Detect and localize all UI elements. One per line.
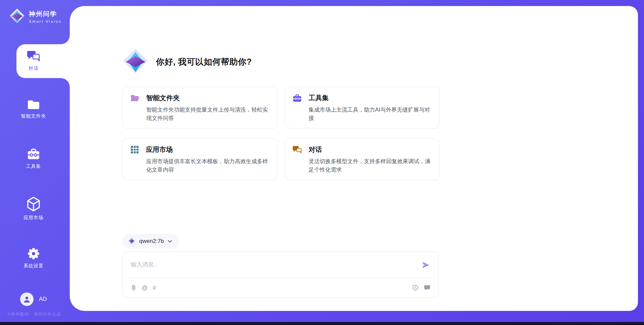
card-chat[interactable]: 对话 灵活切换多模型文件，支持多样回复效果调试，满足个性化需求 <box>285 138 440 180</box>
diamond-logo-icon <box>9 8 25 25</box>
greeting-title: 你好, 我可以如何帮助你? <box>156 56 252 67</box>
user-name: AD <box>39 296 47 303</box>
person-icon <box>23 295 31 303</box>
briefcase-icon <box>27 148 40 160</box>
app-page: 神州问学 Smart Vision 对话 智能文件夹 <box>0 0 644 325</box>
card-description: 应用市场提供丰富长文本模板，助力高效生成多样化文章内容 <box>146 157 270 174</box>
cube-icon <box>26 196 41 212</box>
app-logo: 神州问学 Smart Vision <box>9 8 62 25</box>
chat-bubbles-icon <box>27 50 40 62</box>
sidebar-item-label: 系统设置 <box>23 263 44 269</box>
chevron-down-icon <box>168 238 172 244</box>
card-title: 工具集 <box>309 93 329 103</box>
sidebar-item-label: 工具集 <box>26 164 41 170</box>
avatar <box>20 292 34 306</box>
sidebar-item-toolset[interactable]: 工具集 <box>0 148 67 170</box>
app-title: 神州问学 <box>29 10 62 18</box>
message-input[interactable] <box>131 252 419 277</box>
at-icon[interactable]: @ <box>142 285 148 291</box>
message-composer: @ # <box>122 252 439 298</box>
card-title: 对话 <box>309 145 322 154</box>
greeting-block: 你好, 我可以如何帮助你? <box>122 49 252 75</box>
briefcase-icon <box>292 94 302 103</box>
card-toolset[interactable]: 工具集 集成市场上主流工具，助力AI与外界无缝扩展与对接 <box>285 87 440 128</box>
send-icon[interactable] <box>422 261 430 269</box>
copyright-text: ©神州数码 · 神州问学出品 <box>1 312 67 317</box>
history-icon[interactable] <box>412 284 419 291</box>
sidebar-item-chat[interactable]: 对话 <box>0 50 67 71</box>
card-smart-folder[interactable]: 智能文件夹 智能文件夹功能支持批量文件上传与清洗，轻松实现文件问答 <box>122 87 277 128</box>
card-description: 灵活切换多模型文件，支持多样回复效果调试，满足个性化需求 <box>309 157 432 174</box>
composer-toolbar: @ # <box>131 278 430 298</box>
chat-bubbles-icon <box>292 145 302 154</box>
sidebar-item-label: 智能文件夹 <box>21 113 46 119</box>
app-subtitle: Smart Vision <box>29 19 62 23</box>
sidebar-item-label: 应用市场 <box>23 215 44 221</box>
sidebar-item-label: 对话 <box>29 65 39 71</box>
model-selector[interactable]: qwen2:7b <box>122 234 179 249</box>
folder-icon <box>27 99 40 110</box>
bottom-edge-strip <box>0 322 644 325</box>
feature-cards: 智能文件夹 智能文件夹功能支持批量文件上传与清洗，轻松实现文件问答 工具集 集成… <box>122 87 440 180</box>
sidebar: 神州问学 Smart Vision 对话 智能文件夹 <box>0 0 70 325</box>
hash-icon[interactable]: # <box>153 285 156 291</box>
card-app-market[interactable]: 应用市场 应用市场提供丰富长文本模板，助力高效生成多样化文章内容 <box>122 138 277 180</box>
folder-open-icon <box>130 94 140 103</box>
comment-icon[interactable] <box>424 285 430 291</box>
sidebar-item-settings[interactable]: 系统设置 <box>0 247 67 269</box>
grid-icon <box>130 145 139 154</box>
gear-icon <box>27 247 40 260</box>
card-title: 智能文件夹 <box>146 93 180 103</box>
diamond-logo-icon <box>122 48 149 75</box>
card-description: 智能文件夹功能支持批量文件上传与清洗，轻松实现文件问答 <box>146 106 270 122</box>
sidebar-item-app-market[interactable]: 应用市场 <box>0 196 67 221</box>
model-name: qwen2:7b <box>139 238 164 245</box>
user-profile[interactable]: AD <box>20 292 47 306</box>
diamond-logo-icon <box>128 237 136 246</box>
sidebar-item-smart-folder[interactable]: 智能文件夹 <box>0 99 67 119</box>
paperclip-icon[interactable] <box>131 284 137 291</box>
card-title: 应用市场 <box>146 145 173 154</box>
card-description: 集成市场上主流工具，助力AI与外界无缝扩展与对接 <box>309 106 432 122</box>
